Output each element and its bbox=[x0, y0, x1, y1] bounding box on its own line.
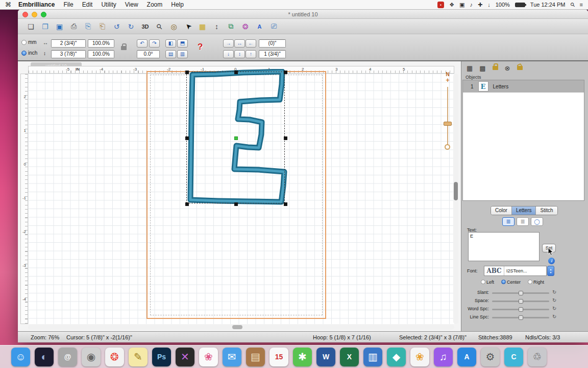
vertical-scrollbar[interactable] bbox=[453, 74, 458, 324]
dock-notes-icon[interactable]: ✎ bbox=[129, 348, 148, 366]
aspect-lock-icon[interactable] bbox=[121, 45, 127, 51]
menu-zoom[interactable]: Zoom bbox=[147, 1, 163, 8]
sync-menu-icon[interactable]: ❖ bbox=[449, 2, 454, 8]
align-bottom-edge-button[interactable]: ↓ bbox=[223, 50, 234, 58]
dock-vector-app-icon[interactable]: ✕ bbox=[176, 348, 194, 366]
design-window-icon[interactable]: ▦ bbox=[196, 20, 209, 33]
wordspc-slider-thumb[interactable] bbox=[519, 307, 523, 312]
menu-edit[interactable]: Edit bbox=[82, 1, 93, 8]
zoom-tool-icon[interactable]: ⚲ bbox=[153, 20, 166, 33]
measure-icon[interactable]: ↕ bbox=[210, 20, 223, 33]
remove-icon[interactable]: ⊗ bbox=[505, 64, 510, 72]
save-icon[interactable]: ▣ bbox=[53, 20, 66, 33]
overlap-icon[interactable]: ⧉ bbox=[225, 20, 237, 33]
pos-y-field[interactable]: 1 (3/4)" bbox=[259, 50, 286, 58]
minimize-button[interactable] bbox=[32, 12, 37, 17]
align-left-edge-button[interactable]: ← bbox=[246, 39, 256, 48]
align-left-radio[interactable]: Left bbox=[481, 280, 494, 285]
rotate-right-icon[interactable]: ↻ bbox=[125, 20, 137, 33]
copy-icon[interactable]: ⎘ bbox=[82, 20, 94, 33]
dock-teal-app-icon[interactable]: ◆ bbox=[387, 348, 406, 366]
menu-embrilliance[interactable]: Embrilliance bbox=[18, 1, 55, 8]
selection-handle[interactable] bbox=[234, 202, 238, 206]
apple-menu-icon[interactable]: ⌘ bbox=[5, 1, 11, 8]
dock-settings-icon[interactable]: ⚙ bbox=[481, 348, 500, 366]
selection-center-anchor[interactable] bbox=[234, 136, 238, 140]
letters-icon[interactable]: A bbox=[253, 20, 266, 33]
selection-handle[interactable] bbox=[185, 136, 189, 140]
menu-file[interactable]: File bbox=[63, 1, 73, 8]
dock-petal-app-icon[interactable]: ❀ bbox=[199, 348, 218, 366]
object-row-letters[interactable]: 1 E Letters bbox=[463, 80, 584, 93]
selection-box[interactable] bbox=[186, 72, 285, 203]
paste-icon[interactable]: ⎗ bbox=[96, 20, 109, 33]
menu-utility[interactable]: Utility bbox=[101, 1, 116, 8]
unit-mm-radio[interactable]: mm bbox=[21, 39, 37, 45]
slant-slider[interactable] bbox=[492, 292, 549, 294]
width-percent-field[interactable]: 100.0% bbox=[88, 39, 114, 48]
dock-messages-icon[interactable]: ✱ bbox=[293, 348, 312, 366]
align-right-edge-button[interactable]: → bbox=[223, 39, 234, 48]
display-menu-icon[interactable]: ▣ bbox=[459, 2, 464, 8]
rotate-ccw-button[interactable]: ↶ bbox=[137, 39, 148, 48]
align-center-radio[interactable]: Center bbox=[501, 280, 521, 285]
dock-photoshop-icon[interactable]: Ps bbox=[152, 348, 171, 366]
align-grid-button[interactable]: ▤ bbox=[165, 50, 176, 58]
font-selector[interactable]: ABC I2STeen... bbox=[484, 266, 547, 276]
rotate-left-icon[interactable]: ↺ bbox=[110, 20, 123, 33]
tab-stitch[interactable]: Stitch bbox=[536, 206, 557, 215]
style-lines-button[interactable]: ≣ bbox=[502, 217, 514, 226]
height-percent-field[interactable]: 100.0% bbox=[88, 50, 114, 58]
dock-calendar-icon[interactable]: 15 bbox=[270, 348, 288, 366]
tab-color[interactable]: Color bbox=[491, 206, 512, 215]
window-titlebar[interactable]: * untitled 10 bbox=[18, 10, 588, 19]
space-reset-icon[interactable]: ↻ bbox=[552, 297, 556, 303]
download-menu-icon[interactable]: ↓ bbox=[487, 2, 491, 8]
dock-mail-icon[interactable]: ✉ bbox=[223, 348, 241, 366]
selection-handle[interactable] bbox=[185, 202, 189, 206]
unit-inch-radio[interactable]: inch bbox=[21, 50, 37, 56]
flip-vertical-button[interactable]: ⬒ bbox=[177, 39, 188, 48]
tab-letters[interactable]: Letters bbox=[512, 206, 536, 215]
lettering-text-input[interactable]: E bbox=[468, 232, 540, 261]
dock-finder-icon[interactable]: ☺ bbox=[11, 348, 30, 366]
angle-field[interactable]: 0.0° bbox=[137, 50, 160, 58]
red-app-menu-icon[interactable]: ▪ bbox=[437, 2, 444, 8]
selection-handle[interactable] bbox=[234, 71, 238, 74]
crosshair-icon[interactable]: + bbox=[443, 77, 453, 83]
space-slider-thumb[interactable] bbox=[519, 299, 523, 304]
dock-pages-app-icon[interactable]: ▥ bbox=[363, 348, 382, 366]
linespc-slider[interactable] bbox=[492, 317, 549, 318]
pointer-tool-icon[interactable]: ➤ bbox=[182, 20, 194, 33]
stack-icon[interactable]: ▦ bbox=[467, 64, 473, 72]
vertical-scroll-thumb[interactable] bbox=[454, 182, 458, 200]
help-icon[interactable]: ? bbox=[198, 42, 203, 52]
slant-reset-icon[interactable]: ↻ bbox=[552, 289, 556, 295]
dock-mail-gray-icon[interactable]: @ bbox=[58, 348, 77, 366]
dock-app-store-icon[interactable]: A bbox=[457, 348, 476, 366]
dock-maps-icon[interactable]: ◐ bbox=[35, 348, 54, 366]
menubar-clock[interactable]: Tue 12:24 PM bbox=[530, 2, 566, 8]
dock-chrome-icon[interactable]: ❂ bbox=[105, 348, 124, 366]
tape-measure-icon[interactable]: ◎ bbox=[167, 20, 180, 33]
nav-reset-button[interactable] bbox=[445, 144, 450, 150]
group-icon[interactable]: ▩ bbox=[479, 64, 485, 72]
dock-excel-icon[interactable]: X bbox=[340, 348, 359, 366]
height-field[interactable]: 3 (7/8)" bbox=[51, 50, 86, 58]
dock-word-icon[interactable]: W bbox=[316, 348, 335, 366]
linespc-reset-icon[interactable]: ↻ bbox=[552, 314, 556, 319]
selection-handle[interactable] bbox=[185, 71, 189, 74]
zoom-button[interactable] bbox=[41, 12, 46, 17]
font-stepper[interactable]: ▲▼ bbox=[547, 266, 554, 276]
center-horizontal-button[interactable]: ↔ bbox=[234, 39, 245, 48]
align-top-edge-button[interactable]: ↑ bbox=[246, 50, 256, 58]
align-right-radio[interactable]: Right bbox=[528, 280, 544, 285]
move-menu-icon[interactable]: ✚ bbox=[478, 2, 482, 8]
wordspc-slider[interactable] bbox=[492, 309, 549, 310]
width-field[interactable]: 2 (3/4)" bbox=[51, 39, 86, 48]
volume-menu-icon[interactable]: ♪ bbox=[470, 2, 473, 8]
spotlight-icon[interactable]: ⚲ bbox=[569, 1, 576, 9]
center-vertical-button[interactable]: ↕ bbox=[234, 50, 245, 58]
menu-help[interactable]: Help bbox=[171, 1, 184, 8]
pos-x-field[interactable]: (0)" bbox=[259, 39, 286, 48]
